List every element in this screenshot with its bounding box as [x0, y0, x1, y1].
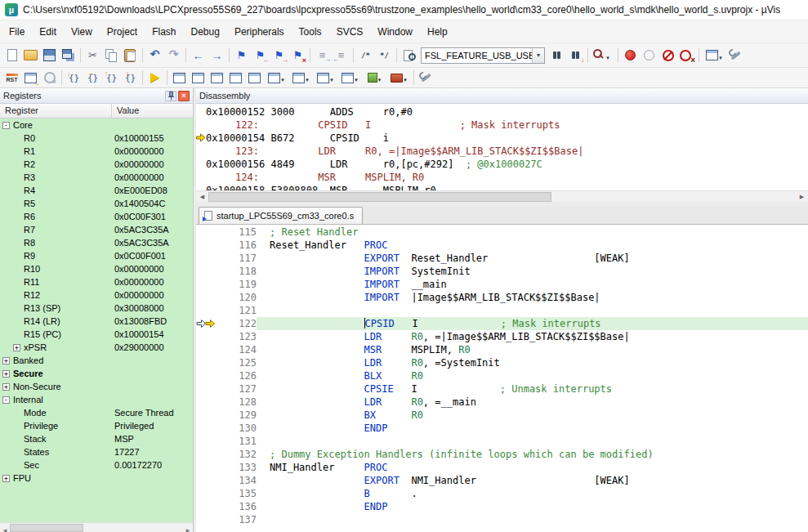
scrollbar-thumb[interactable]: [208, 192, 551, 202]
menu-svcs[interactable]: SVCS: [329, 23, 371, 41]
register-row[interactable]: +Non-Secure: [0, 380, 193, 393]
editor-line[interactable]: 130 ENDP: [196, 422, 808, 435]
register-row[interactable]: -Core: [0, 118, 193, 132]
system-viewer-dropdown[interactable]: [362, 69, 386, 87]
combobox-dropdown-icon[interactable]: [532, 48, 544, 63]
editor-margin[interactable]: [196, 382, 217, 396]
code-text[interactable]: LDR R0, =|Image$$ARM_LIB_STACK$$ZI$$Base…: [257, 330, 808, 343]
show-next-statement-button[interactable]: [21, 69, 40, 87]
menu-debug[interactable]: Debug: [184, 23, 227, 41]
register-row[interactable]: +Secure: [0, 367, 193, 380]
stop-button[interactable]: [40, 69, 59, 87]
editor-line[interactable]: 137: [196, 513, 808, 526]
editor-line[interactable]: 134 EXPORT NMI_Handler [WEAK]: [196, 474, 808, 487]
editor-line[interactable]: 136 ENDP: [196, 500, 808, 513]
register-row[interactable]: R60x0C00F301: [0, 210, 193, 223]
toggle-breakpoint-button[interactable]: [621, 47, 640, 64]
register-row[interactable]: R13 (SP)0x30008000: [0, 302, 193, 315]
disassembly-line[interactable]: 0x10000156 4849 LDR r0,[pc,#292] ; @0x10…: [196, 158, 808, 171]
register-row[interactable]: States17227: [0, 445, 193, 458]
call-stack-window-button[interactable]: [245, 69, 264, 87]
expand-icon[interactable]: +: [2, 383, 10, 391]
register-row[interactable]: +Banked: [0, 354, 193, 367]
register-row[interactable]: +FPU: [0, 472, 193, 485]
expand-icon[interactable]: +: [2, 370, 10, 378]
code-text[interactable]: EXPORT NMI_Handler [WEAK]: [257, 474, 808, 487]
editor-margin[interactable]: [196, 369, 217, 382]
disable-all-breakpoints-button[interactable]: [658, 47, 677, 64]
code-text[interactable]: BLX R0: [257, 369, 808, 382]
bookmark-next-button[interactable]: [270, 47, 288, 64]
register-row[interactable]: R70x5AC3C35A: [0, 223, 193, 236]
code-text[interactable]: MSR MSPLIM, R0: [257, 343, 808, 356]
bookmark-prev-button[interactable]: [251, 47, 270, 64]
menu-flash[interactable]: Flash: [145, 23, 183, 41]
menu-peripherals[interactable]: Peripherals: [227, 23, 292, 41]
column-header-register[interactable]: Register: [0, 104, 112, 118]
menu-view[interactable]: View: [64, 23, 100, 41]
disassembly-line[interactable]: 124: MSR MSPLIM, R0: [196, 171, 808, 184]
serial-windows-dropdown[interactable]: [313, 69, 337, 87]
register-row[interactable]: -Internal: [0, 393, 193, 406]
editor-tab[interactable]: startup_LPC55S69_cm33_core0.s: [199, 207, 363, 224]
code-text[interactable]: [257, 304, 808, 317]
memory-windows-dropdown[interactable]: [288, 69, 313, 87]
expand-icon[interactable]: +: [13, 344, 20, 351]
register-row[interactable]: Sec0.00172270: [0, 458, 193, 472]
register-row[interactable]: R10x00000000: [0, 145, 193, 158]
editor-margin[interactable]: [196, 291, 217, 304]
menu-project[interactable]: Project: [100, 23, 145, 41]
symbols-window-button[interactable]: [208, 69, 226, 87]
register-row[interactable]: +xPSR0x29000000: [0, 341, 193, 354]
editor-margin[interactable]: [196, 422, 217, 435]
editor-margin[interactable]: [196, 513, 217, 526]
kill-all-breakpoints-button[interactable]: [677, 47, 696, 64]
editor-line[interactable]: 118 IMPORT SystemInit: [196, 265, 808, 278]
menu-file[interactable]: File: [2, 23, 32, 41]
editor-line[interactable]: 126 BLX R0: [196, 369, 808, 382]
editor-line[interactable]: 133NMI_Handler PROC: [196, 461, 808, 474]
bookmark-toggle-button[interactable]: [232, 47, 251, 64]
code-text[interactable]: [257, 435, 808, 448]
navigate-forward-button[interactable]: [208, 47, 226, 64]
editor-line[interactable]: 131: [196, 435, 808, 448]
copy-button[interactable]: [102, 47, 121, 64]
scrollbar-thumb[interactable]: [10, 524, 83, 532]
indent-button[interactable]: [313, 47, 332, 64]
register-row[interactable]: R50x1400504C: [0, 197, 193, 210]
find-in-files-button[interactable]: [400, 47, 418, 64]
save-all-button[interactable]: [59, 47, 78, 64]
scroll-right-icon[interactable]: [796, 191, 808, 202]
disassembly-line[interactable]: 0x10000158 F3808808 MSR MSPLIM,r0: [196, 184, 808, 190]
code-text[interactable]: B .: [257, 487, 808, 500]
editor-code[interactable]: 115; Reset Handler116Reset_Handler PROC1…: [196, 225, 808, 532]
editor-line[interactable]: 123 LDR R0, =|Image$$ARM_LIB_STACK$$ZI$$…: [196, 330, 808, 343]
editor-margin[interactable]: [196, 474, 217, 487]
navigate-back-button[interactable]: [189, 47, 208, 64]
editor-line[interactable]: 128 LDR R0, =__main: [196, 396, 808, 409]
step-over-button[interactable]: [83, 69, 102, 87]
disassembly-line[interactable]: 123: LDR R0, =|Image$$ARM_LIB_STACK$$ZI$…: [196, 145, 808, 158]
menu-window[interactable]: Window: [370, 23, 420, 41]
find-dropdown-button[interactable]: [591, 47, 615, 64]
register-row[interactable]: R14 (LR)0x13008FBD: [0, 315, 193, 328]
unindent-button[interactable]: [332, 47, 350, 64]
code-text[interactable]: ENDP: [257, 500, 808, 513]
register-row[interactable]: R100x00000000: [0, 262, 193, 275]
code-text[interactable]: ENDP: [257, 422, 808, 435]
register-row[interactable]: R00x10000155: [0, 132, 193, 145]
disassembly-hscrollbar[interactable]: [196, 190, 808, 202]
run-button[interactable]: [145, 69, 164, 87]
register-row[interactable]: R120x00000000: [0, 288, 193, 302]
expand-icon[interactable]: +: [2, 475, 10, 482]
editor-margin[interactable]: [196, 409, 217, 422]
disassembly-window-button[interactable]: [189, 69, 208, 87]
command-window-button[interactable]: [170, 69, 189, 87]
debug-settings-button[interactable]: [417, 69, 435, 87]
editor-margin[interactable]: [196, 252, 217, 265]
collapse-icon[interactable]: -: [2, 122, 10, 129]
toolbox-dropdown[interactable]: [386, 69, 411, 87]
registers-hscrollbar[interactable]: [0, 522, 193, 532]
expand-icon[interactable]: +: [2, 357, 10, 364]
register-row[interactable]: R40xE000ED08: [0, 184, 193, 197]
